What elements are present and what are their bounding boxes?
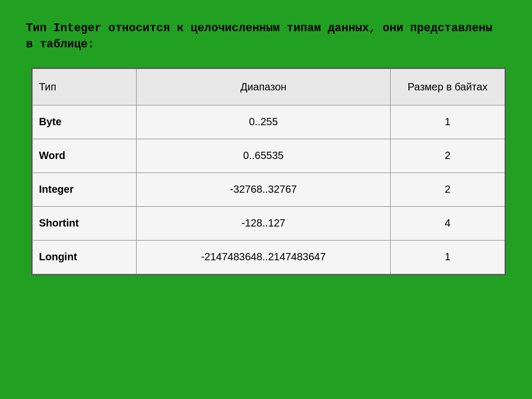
col-header-size: Размер в байтах: [391, 69, 505, 105]
table-row: Shortint-128..1274: [33, 206, 505, 240]
data-table: Тип Диапазон Размер в байтах Byte0..2551…: [32, 69, 505, 274]
table-row: Integer-32768..327672: [33, 172, 505, 206]
cell-range: -32768..32767: [137, 172, 391, 206]
cell-range: -2147483648..2147483647: [137, 240, 391, 274]
table-wrapper: Тип Диапазон Размер в байтах Byte0..2551…: [31, 68, 506, 275]
cell-range: 0..255: [137, 105, 391, 139]
cell-type: Word: [33, 139, 137, 172]
cell-range: 0..65535: [137, 139, 391, 172]
cell-type: Integer: [33, 172, 137, 206]
cell-size: 4: [391, 206, 505, 240]
cell-size: 2: [391, 172, 505, 206]
intro-text: Тип Integer относится к целочисленным ти…: [26, 21, 506, 53]
table-row: Word0..655352: [33, 139, 505, 172]
col-header-type: Тип: [33, 69, 137, 105]
cell-type: Byte: [33, 105, 137, 139]
cell-size: 2: [391, 139, 505, 172]
table-header-row: Тип Диапазон Размер в байтах: [33, 69, 505, 105]
table-row: Byte0..2551: [33, 105, 505, 139]
page-container: Тип Integer относится к целочисленным ти…: [0, 0, 532, 399]
cell-range: -128..127: [137, 206, 391, 240]
col-header-range: Диапазон: [137, 69, 391, 105]
cell-size: 1: [391, 105, 505, 139]
cell-size: 1: [391, 240, 505, 274]
table-row: Longint-2147483648..21474836471: [33, 240, 505, 274]
cell-type: Longint: [33, 240, 137, 274]
cell-type: Shortint: [33, 206, 137, 240]
